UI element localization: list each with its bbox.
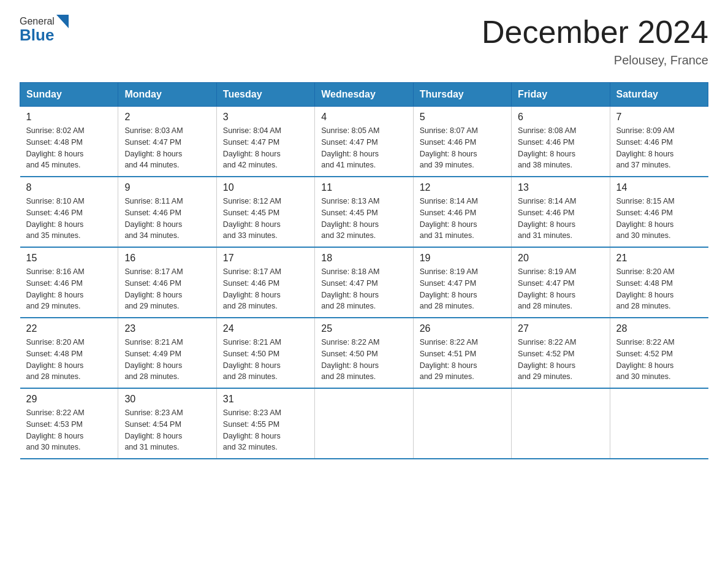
calendar-day-cell: 15Sunrise: 8:16 AMSunset: 4:46 PMDayligh… xyxy=(20,247,118,318)
calendar-day-cell: 6Sunrise: 8:08 AMSunset: 4:46 PMDaylight… xyxy=(512,107,610,177)
day-number: 21 xyxy=(616,253,702,264)
calendar-day-cell: 30Sunrise: 8:23 AMSunset: 4:54 PMDayligh… xyxy=(118,388,216,459)
calendar-day-cell: 24Sunrise: 8:21 AMSunset: 4:50 PMDayligh… xyxy=(216,318,314,388)
day-info: Sunrise: 8:11 AMSunset: 4:46 PMDaylight:… xyxy=(124,196,210,242)
calendar-week-row: 1Sunrise: 8:02 AMSunset: 4:48 PMDaylight… xyxy=(20,107,708,177)
day-info: Sunrise: 8:14 AMSunset: 4:46 PMDaylight:… xyxy=(518,196,603,242)
day-info: Sunrise: 8:21 AMSunset: 4:49 PMDaylight:… xyxy=(124,337,210,383)
day-info: Sunrise: 8:20 AMSunset: 4:48 PMDaylight:… xyxy=(616,266,702,312)
day-info: Sunrise: 8:19 AMSunset: 4:47 PMDaylight:… xyxy=(518,266,603,312)
day-number: 27 xyxy=(518,323,603,334)
calendar-day-cell: 20Sunrise: 8:19 AMSunset: 4:47 PMDayligh… xyxy=(512,247,610,318)
title-area: December 2024 Pelousey, France xyxy=(482,15,708,67)
calendar-day-cell: 14Sunrise: 8:15 AMSunset: 4:46 PMDayligh… xyxy=(610,177,708,247)
col-friday: Friday xyxy=(512,83,610,107)
day-number: 26 xyxy=(420,323,505,334)
calendar-week-row: 15Sunrise: 8:16 AMSunset: 4:46 PMDayligh… xyxy=(20,247,708,318)
day-info: Sunrise: 8:21 AMSunset: 4:50 PMDaylight:… xyxy=(223,337,308,383)
day-number: 3 xyxy=(223,112,308,123)
day-number: 7 xyxy=(616,112,702,123)
calendar-day-cell: 1Sunrise: 8:02 AMSunset: 4:48 PMDaylight… xyxy=(20,107,118,177)
day-number: 4 xyxy=(321,112,406,123)
calendar-day-cell: 26Sunrise: 8:22 AMSunset: 4:51 PMDayligh… xyxy=(413,318,511,388)
calendar-day-cell xyxy=(512,388,610,459)
day-info: Sunrise: 8:10 AMSunset: 4:46 PMDaylight:… xyxy=(26,196,112,242)
day-info: Sunrise: 8:08 AMSunset: 4:46 PMDaylight:… xyxy=(518,125,603,171)
day-info: Sunrise: 8:17 AMSunset: 4:46 PMDaylight:… xyxy=(124,266,210,312)
calendar-day-cell: 28Sunrise: 8:22 AMSunset: 4:52 PMDayligh… xyxy=(610,318,708,388)
day-number: 15 xyxy=(26,253,112,264)
calendar-day-cell: 19Sunrise: 8:19 AMSunset: 4:47 PMDayligh… xyxy=(413,247,511,318)
calendar-day-cell: 21Sunrise: 8:20 AMSunset: 4:48 PMDayligh… xyxy=(610,247,708,318)
calendar-day-cell xyxy=(610,388,708,459)
day-info: Sunrise: 8:15 AMSunset: 4:46 PMDaylight:… xyxy=(616,196,702,242)
calendar-day-cell: 25Sunrise: 8:22 AMSunset: 4:50 PMDayligh… xyxy=(315,318,413,388)
col-monday: Monday xyxy=(118,83,216,107)
calendar-day-cell: 22Sunrise: 8:20 AMSunset: 4:48 PMDayligh… xyxy=(20,318,118,388)
day-info: Sunrise: 8:23 AMSunset: 4:55 PMDaylight:… xyxy=(223,407,308,453)
day-info: Sunrise: 8:04 AMSunset: 4:47 PMDaylight:… xyxy=(223,125,308,171)
logo: General Blue xyxy=(20,15,69,45)
day-info: Sunrise: 8:22 AMSunset: 4:52 PMDaylight:… xyxy=(518,337,603,383)
calendar-day-cell: 2Sunrise: 8:03 AMSunset: 4:47 PMDaylight… xyxy=(118,107,216,177)
day-info: Sunrise: 8:22 AMSunset: 4:52 PMDaylight:… xyxy=(616,337,702,383)
day-info: Sunrise: 8:18 AMSunset: 4:47 PMDaylight:… xyxy=(321,266,406,312)
calendar-day-cell: 12Sunrise: 8:14 AMSunset: 4:46 PMDayligh… xyxy=(413,177,511,247)
day-number: 22 xyxy=(26,323,112,334)
day-info: Sunrise: 8:22 AMSunset: 4:53 PMDaylight:… xyxy=(26,407,112,453)
calendar-day-cell xyxy=(315,388,413,459)
calendar-day-cell: 23Sunrise: 8:21 AMSunset: 4:49 PMDayligh… xyxy=(118,318,216,388)
calendar-table: Sunday Monday Tuesday Wednesday Thursday… xyxy=(20,82,708,459)
col-wednesday: Wednesday xyxy=(315,83,413,107)
day-number: 31 xyxy=(223,394,308,405)
calendar-header-row: Sunday Monday Tuesday Wednesday Thursday… xyxy=(20,83,708,107)
calendar-day-cell: 3Sunrise: 8:04 AMSunset: 4:47 PMDaylight… xyxy=(216,107,314,177)
calendar-day-cell: 9Sunrise: 8:11 AMSunset: 4:46 PMDaylight… xyxy=(118,177,216,247)
calendar-day-cell: 11Sunrise: 8:13 AMSunset: 4:45 PMDayligh… xyxy=(315,177,413,247)
calendar-day-cell: 16Sunrise: 8:17 AMSunset: 4:46 PMDayligh… xyxy=(118,247,216,318)
day-number: 25 xyxy=(321,323,406,334)
calendar-day-cell: 18Sunrise: 8:18 AMSunset: 4:47 PMDayligh… xyxy=(315,247,413,318)
col-sunday: Sunday xyxy=(20,83,118,107)
calendar-day-cell: 4Sunrise: 8:05 AMSunset: 4:47 PMDaylight… xyxy=(315,107,413,177)
day-number: 23 xyxy=(124,323,210,334)
day-info: Sunrise: 8:14 AMSunset: 4:46 PMDaylight:… xyxy=(420,196,505,242)
calendar-day-cell: 27Sunrise: 8:22 AMSunset: 4:52 PMDayligh… xyxy=(512,318,610,388)
day-info: Sunrise: 8:22 AMSunset: 4:50 PMDaylight:… xyxy=(321,337,406,383)
col-thursday: Thursday xyxy=(413,83,511,107)
page-header: General Blue December 2024 Pelousey, Fra… xyxy=(20,15,708,67)
day-info: Sunrise: 8:02 AMSunset: 4:48 PMDaylight:… xyxy=(26,125,112,171)
day-info: Sunrise: 8:07 AMSunset: 4:46 PMDaylight:… xyxy=(420,125,505,171)
day-number: 29 xyxy=(26,394,112,405)
day-number: 8 xyxy=(26,182,112,193)
svg-marker-0 xyxy=(56,15,69,28)
day-number: 9 xyxy=(124,182,210,193)
day-info: Sunrise: 8:05 AMSunset: 4:47 PMDaylight:… xyxy=(321,125,406,171)
day-number: 28 xyxy=(616,323,702,334)
day-info: Sunrise: 8:09 AMSunset: 4:46 PMDaylight:… xyxy=(616,125,702,171)
day-number: 24 xyxy=(223,323,308,334)
calendar-day-cell: 7Sunrise: 8:09 AMSunset: 4:46 PMDaylight… xyxy=(610,107,708,177)
day-number: 12 xyxy=(420,182,505,193)
day-info: Sunrise: 8:17 AMSunset: 4:46 PMDaylight:… xyxy=(223,266,308,312)
col-tuesday: Tuesday xyxy=(216,83,314,107)
logo-blue-text: Blue xyxy=(20,26,54,45)
day-number: 13 xyxy=(518,182,603,193)
calendar-week-row: 29Sunrise: 8:22 AMSunset: 4:53 PMDayligh… xyxy=(20,388,708,459)
calendar-week-row: 22Sunrise: 8:20 AMSunset: 4:48 PMDayligh… xyxy=(20,318,708,388)
day-info: Sunrise: 8:19 AMSunset: 4:47 PMDaylight:… xyxy=(420,266,505,312)
day-info: Sunrise: 8:16 AMSunset: 4:46 PMDaylight:… xyxy=(26,266,112,312)
col-saturday: Saturday xyxy=(610,83,708,107)
day-number: 19 xyxy=(420,253,505,264)
calendar-week-row: 8Sunrise: 8:10 AMSunset: 4:46 PMDaylight… xyxy=(20,177,708,247)
calendar-day-cell: 29Sunrise: 8:22 AMSunset: 4:53 PMDayligh… xyxy=(20,388,118,459)
day-number: 30 xyxy=(124,394,210,405)
calendar-day-cell: 5Sunrise: 8:07 AMSunset: 4:46 PMDaylight… xyxy=(413,107,511,177)
day-info: Sunrise: 8:13 AMSunset: 4:45 PMDaylight:… xyxy=(321,196,406,242)
day-info: Sunrise: 8:22 AMSunset: 4:51 PMDaylight:… xyxy=(420,337,505,383)
calendar-day-cell xyxy=(413,388,511,459)
day-number: 18 xyxy=(321,253,406,264)
page-title: December 2024 xyxy=(482,15,708,50)
day-info: Sunrise: 8:20 AMSunset: 4:48 PMDaylight:… xyxy=(26,337,112,383)
day-number: 10 xyxy=(223,182,308,193)
